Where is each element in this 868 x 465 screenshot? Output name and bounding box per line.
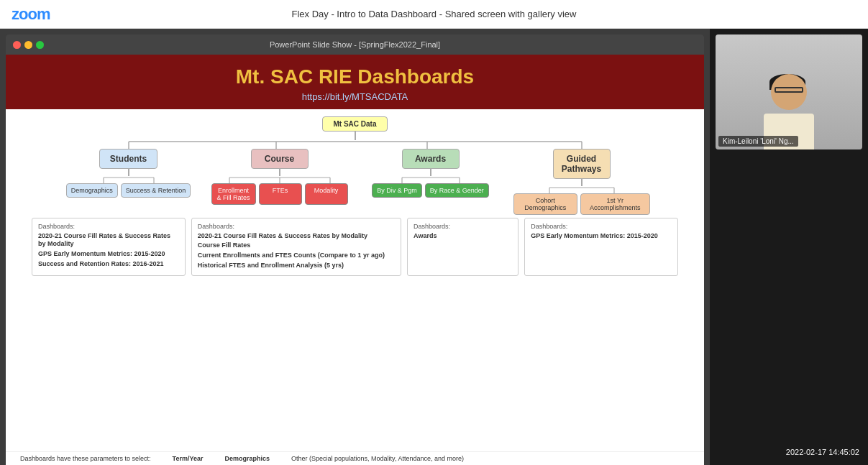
enrollment-fill-node: Enrollment & Fill Rates bbox=[211, 183, 256, 205]
info-item-1-2: GPS Early Momentum Metrics: 2015-2020 bbox=[38, 250, 179, 259]
info-item-4-1: GPS Early Momentum Metrics: 2015-2020 bbox=[531, 232, 672, 241]
other-param-label: Other bbox=[291, 455, 308, 462]
info-label-3: Dashboards: bbox=[414, 223, 512, 230]
root-node: Mt SAC Data bbox=[322, 116, 387, 132]
info-item-2-4: Historical FTES and Enrollment Analysis … bbox=[198, 262, 395, 270]
info-box-awards: Dashboards: Awards bbox=[407, 218, 518, 277]
awards-branch: Awards By Div & Pgm By Race & Gender bbox=[362, 149, 499, 215]
course-sub-row: Enrollment & Fill Rates FTEs Modality bbox=[211, 183, 348, 205]
main-layout: PowerPoint Slide Show - [SpringFlex2022_… bbox=[0, 29, 868, 465]
traffic-lights bbox=[13, 41, 44, 49]
other-param: Other (Special populations, Modality, At… bbox=[291, 455, 464, 462]
term-year-param: Term/Year bbox=[173, 455, 204, 462]
info-label-2: Dashboards: bbox=[198, 223, 395, 230]
gallery-panel: Kim-Leiloni 'Loni' Ng... 2022-02-17 14:4… bbox=[710, 29, 868, 465]
zoom-logo: zoom bbox=[12, 5, 50, 24]
race-gender-node: By Race & Gender bbox=[425, 183, 489, 198]
course-node: Course bbox=[251, 149, 309, 169]
info-box-students: Dashboards: 2020-21 Course Fill Rates & … bbox=[32, 218, 186, 277]
slide-header: Mt. SAC RIE Dashboards https://bit.ly/MT… bbox=[6, 55, 704, 109]
demographics-node: Demographics bbox=[66, 183, 118, 198]
gp-sub-hline bbox=[531, 186, 632, 193]
div-pgm-node: By Div & Pgm bbox=[372, 183, 422, 198]
success-retention-node: Success & Retention bbox=[121, 183, 191, 198]
students-sub-hline bbox=[82, 176, 175, 183]
students-branch: Students Demographics bbox=[60, 149, 197, 215]
info-box-gp: Dashboards: GPS Early Momentum Metrics: … bbox=[524, 218, 678, 277]
params-intro: Dashboards have these parameters to sele… bbox=[20, 455, 151, 462]
ftes-node: FTEs bbox=[259, 183, 302, 205]
info-item-1-1: 2020-21 Course Fill Rates & Success Rate… bbox=[38, 232, 179, 249]
ppt-title-text: PowerPoint Slide Show - [SpringFlex2022_… bbox=[270, 40, 440, 49]
level1-row: Students Demographics bbox=[60, 149, 650, 215]
kim-video-bg bbox=[716, 34, 862, 149]
info-label-4: Dashboards: bbox=[531, 223, 672, 230]
modality-node: Modality bbox=[305, 183, 348, 205]
close-button[interactable] bbox=[13, 41, 21, 49]
info-item-3-1: Awards bbox=[414, 232, 512, 241]
slide-content: Mt. SAC RIE Dashboards https://bit.ly/MT… bbox=[6, 55, 704, 465]
org-chart: Mt SAC Data St bbox=[20, 116, 690, 277]
maximize-button[interactable] bbox=[36, 41, 44, 49]
cohort-demo-node: Cohort Demographics bbox=[513, 193, 577, 215]
students-v-conn bbox=[128, 169, 129, 176]
slide-url: https://bit.ly/MTSACDATA bbox=[20, 91, 690, 102]
participant-video-kim: Kim-Leiloni 'Loni' Ng... bbox=[716, 34, 862, 149]
info-boxes: Dashboards: 2020-21 Course Fill Rates & … bbox=[20, 218, 690, 277]
shared-screen: PowerPoint Slide Show - [SpringFlex2022_… bbox=[0, 29, 710, 465]
info-item-2-3: Current Enrollments and FTES Counts (Com… bbox=[198, 252, 395, 260]
awards-node: Awards bbox=[402, 149, 460, 169]
awards-sub-hline bbox=[380, 176, 481, 183]
gp-branch: GuidedPathways Cohort Demographics 1st bbox=[513, 149, 650, 215]
kim-head bbox=[771, 74, 807, 110]
org-chart-area: Mt SAC Data St bbox=[6, 109, 704, 451]
participant-name: Kim-Leiloni 'Loni' Ng... bbox=[718, 136, 798, 147]
course-v-conn bbox=[279, 169, 280, 176]
window-title: Flex Day - Intro to Data Dashboard - Sha… bbox=[292, 9, 577, 19]
h-line-svg bbox=[60, 140, 650, 149]
kim-glasses bbox=[775, 87, 803, 93]
gp-sub-row: Cohort Demographics 1st Yr Accomplishmen… bbox=[513, 193, 650, 215]
minimize-button[interactable] bbox=[24, 41, 32, 49]
info-item-2-2: Course Fill Rates bbox=[198, 241, 395, 250]
course-sub-hline bbox=[211, 176, 348, 183]
slide-title: Mt. SAC RIE Dashboards bbox=[20, 65, 690, 89]
info-item-1-3: Success and Retention Rates: 2016-2021 bbox=[38, 260, 179, 269]
top-bar: zoom Flex Day - Intro to Data Dashboard … bbox=[0, 0, 868, 29]
awards-v-conn bbox=[430, 169, 431, 176]
awards-sub-row: By Div & Pgm By Race & Gender bbox=[372, 183, 489, 198]
info-box-course: Dashboards: 2020-21 Course Fill Rates & … bbox=[191, 218, 401, 277]
info-label-1: Dashboards: bbox=[38, 223, 179, 230]
info-item-2-1: 2020-21 Course Fill Rates & Success Rate… bbox=[198, 232, 395, 241]
params-row: Dashboards have these parameters to sele… bbox=[6, 451, 704, 465]
course-branch: Course Enrollment & Fill Rates bbox=[211, 149, 348, 215]
gp-node: GuidedPathways bbox=[553, 149, 611, 179]
students-node: Students bbox=[99, 149, 157, 169]
ppt-window: PowerPoint Slide Show - [SpringFlex2022_… bbox=[6, 34, 704, 465]
ppt-titlebar: PowerPoint Slide Show - [SpringFlex2022_… bbox=[6, 34, 704, 55]
first-yr-node: 1st Yr Accomplishments bbox=[580, 193, 650, 215]
timestamp: 2022-02-17 14:45:02 bbox=[716, 445, 862, 459]
gp-v-conn bbox=[581, 179, 583, 186]
root-connector bbox=[355, 132, 356, 140]
other-param-desc: (Special populations, Modality, Attendan… bbox=[309, 455, 464, 462]
demographics-param: Demographics bbox=[224, 455, 270, 462]
students-sub-row: Demographics Success & Retention bbox=[66, 183, 191, 198]
